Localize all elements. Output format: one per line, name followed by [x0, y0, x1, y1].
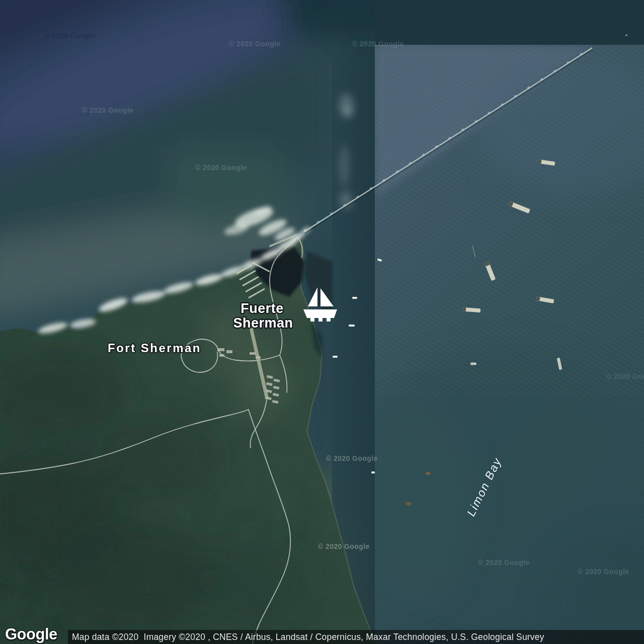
watermark-text: © 2020 Google: [82, 106, 134, 114]
attribution-bar: Map data ©2020 Imagery ©2020 , CNES / Ai…: [68, 630, 644, 644]
watermark-text: © 2020 Google: [578, 568, 629, 576]
satellite-map[interactable]: © 2020 Google © 2020 Google © 2020 Googl…: [0, 0, 644, 644]
watermark-text: © 2020 Google: [195, 164, 247, 172]
place-label-fort-sherman[interactable]: Fort Sherman: [108, 341, 201, 355]
map-viewport[interactable]: © 2020 Google © 2020 Google © 2020 Googl…: [0, 0, 644, 644]
watermark-text: © 2020 Google: [44, 32, 96, 40]
watermark-text: © 2020 Google: [478, 558, 530, 567]
watermark-text: © 2020 Google: [318, 542, 370, 550]
place-label-fuerte-sherman-line2[interactable]: Sherman: [233, 315, 293, 331]
watermark-text: © 2020 Google: [352, 40, 404, 48]
watermark-text: © 2020 Googl: [606, 372, 644, 380]
watermark-text: © 2020 Google: [229, 40, 281, 48]
place-label-fuerte-sherman-line1[interactable]: Fuerte: [240, 301, 284, 316]
watermark-text: © 2020 Google: [326, 454, 378, 462]
google-logo[interactable]: Google: [5, 625, 57, 643]
